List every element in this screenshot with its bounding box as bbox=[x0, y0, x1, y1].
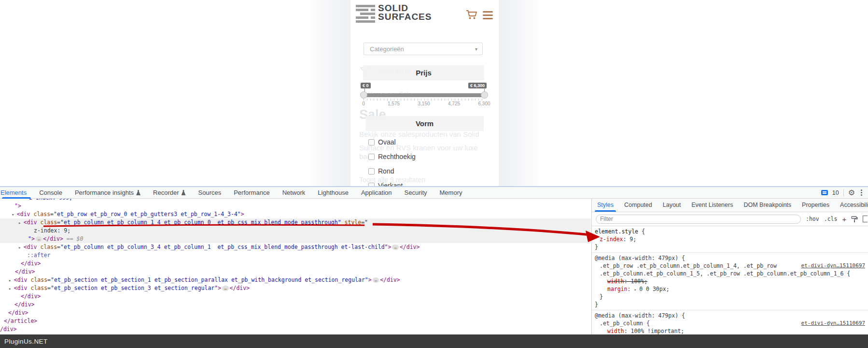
tab-label: Sources bbox=[198, 187, 222, 198]
styles-tab-layout[interactable]: Layout bbox=[658, 199, 686, 212]
code-token: .et_pb_column { bbox=[600, 320, 650, 327]
code-token: : 9; bbox=[623, 236, 636, 243]
site-logo-text[interactable]: SOLID SURFACES bbox=[378, 4, 432, 21]
price-slider-handle-min[interactable] bbox=[360, 91, 367, 99]
price-section-header[interactable]: Prijs bbox=[363, 65, 484, 80]
styles-filter-input[interactable] bbox=[596, 215, 801, 224]
dom-tree-row[interactable]: "> bbox=[0, 202, 591, 210]
price-slider-track[interactable] bbox=[364, 93, 484, 97]
price-slider-handle-max[interactable] bbox=[481, 91, 488, 99]
code-token: > bbox=[218, 285, 221, 291]
vorm-section-header[interactable]: Vorm bbox=[365, 116, 484, 131]
dom-tree-row[interactable]: ▾ <div class="et_pb_row et_pb_row_0 et_p… bbox=[0, 210, 591, 218]
devtools-tab-memory[interactable]: Memory bbox=[434, 187, 469, 199]
solid-surfaces-logo-icon[interactable] bbox=[356, 5, 375, 23]
dom-tree-row[interactable]: /div> bbox=[0, 325, 591, 334]
styles-tab-computed[interactable]: Computed bbox=[619, 199, 658, 212]
tab-label: Console bbox=[39, 187, 62, 198]
css-rule[interactable]: @media (max-width: 479px) {et-divi-dyn…1… bbox=[592, 253, 868, 310]
css-rule-line: } bbox=[595, 243, 865, 251]
styles-toolbar: :hov .cls + bbox=[592, 212, 868, 226]
css-rule-line: @media (max-width: 479px) { bbox=[595, 254, 865, 262]
cart-icon[interactable] bbox=[465, 9, 478, 20]
toggle-class-button[interactable]: .cls bbox=[824, 216, 838, 222]
code-token: : 100% !important; bbox=[624, 328, 685, 334]
slider-tick-label: 4,725 bbox=[448, 101, 460, 106]
devtools-tab-console[interactable]: Console bbox=[33, 187, 69, 199]
devtools-tab-performance-insights[interactable]: Performance insights bbox=[69, 187, 147, 199]
hamburger-menu-icon[interactable] bbox=[483, 11, 493, 21]
devtools-tab-application[interactable]: Application bbox=[355, 187, 398, 199]
css-rule-line: } bbox=[595, 301, 865, 308]
css-rule-line: width: 100%; bbox=[595, 277, 865, 285]
code-token: ▸ bbox=[18, 220, 24, 225]
more-options-icon[interactable] bbox=[861, 192, 862, 193]
code-token: == $0 bbox=[63, 235, 84, 242]
devtools-tab-performance[interactable]: Performance bbox=[227, 187, 276, 199]
code-token: "> bbox=[14, 203, 21, 209]
code-token: > bbox=[31, 235, 35, 242]
checkbox-label: Rechthoekig bbox=[378, 153, 416, 160]
code-token: : bbox=[628, 286, 634, 292]
styles-tab-dom-breakpoints[interactable]: DOM Breakpoints bbox=[738, 199, 797, 212]
dom-tree-row[interactable]: </div> bbox=[0, 301, 591, 309]
checkbox[interactable] bbox=[368, 168, 375, 174]
code-token: </div> bbox=[8, 309, 28, 316]
computed-panel-toggle-icon[interactable] bbox=[863, 216, 868, 222]
dom-tree-row[interactable]: z-index: 9; bbox=[0, 227, 591, 235]
gear-icon[interactable]: ⚙ bbox=[848, 189, 855, 197]
code-token: : 100%; bbox=[624, 278, 647, 285]
styles-tab-properties[interactable]: Properties bbox=[797, 199, 835, 212]
checkbox[interactable] bbox=[368, 139, 375, 145]
code-token: = bbox=[57, 219, 60, 226]
dom-tree-row[interactable]: ▸ <div class="et_pb_column et_pb_column_… bbox=[0, 243, 591, 251]
dom-tree-row[interactable]: ">…</div> == $0 bbox=[0, 235, 591, 243]
category-select[interactable]: Categorieën ▾ bbox=[364, 43, 483, 55]
code-token: class bbox=[37, 244, 57, 250]
dom-tree-row[interactable]: </div> bbox=[0, 260, 591, 268]
elements-tree: z-index: 999;">▾ <div class="et_pb_row e… bbox=[0, 199, 591, 334]
dom-tree-row[interactable]: z-index: 999; bbox=[0, 199, 591, 202]
dom-tree-row[interactable]: ▸ <div class="et_pb_section et_pb_sectio… bbox=[0, 284, 591, 292]
devtools-tab-security[interactable]: Security bbox=[398, 187, 434, 199]
code-token: … bbox=[373, 277, 379, 283]
checkbox[interactable] bbox=[368, 154, 375, 160]
dom-tree-row[interactable]: </div> bbox=[0, 309, 591, 317]
vorm-option-row: Vierkant bbox=[368, 182, 403, 186]
devtools-tab-network[interactable]: Network bbox=[276, 187, 312, 199]
code-token: ▸ bbox=[9, 286, 14, 291]
dom-tree-row[interactable]: ::after bbox=[0, 251, 591, 260]
styles-tab-event-listeners[interactable]: Event Listeners bbox=[686, 199, 738, 212]
css-rule[interactable]: @media (max-width: 479px) {et-divi-dyn…1… bbox=[592, 310, 868, 334]
code-token: … bbox=[222, 286, 228, 291]
devtools-tab-recorder[interactable]: Recorder bbox=[147, 187, 192, 199]
stylesheet-source-link[interactable]: et-divi-dyn…15110697 bbox=[801, 319, 865, 327]
stylesheet-source-link[interactable]: et-divi-dyn…15110697 bbox=[801, 262, 865, 270]
devtools-tabbar: ElementsConsolePerformance insightsRecor… bbox=[0, 187, 868, 199]
checkbox[interactable] bbox=[368, 183, 375, 187]
devtools-tab-sources[interactable]: Sources bbox=[192, 187, 228, 199]
css-rule-line: z-index: 9; bbox=[595, 235, 865, 243]
toggle-hover-state-button[interactable]: :hov bbox=[806, 216, 819, 222]
devtools-tab-lighthouse[interactable]: Lighthouse bbox=[311, 187, 355, 199]
code-token: > bbox=[241, 211, 244, 218]
dom-tree-row[interactable]: </div> bbox=[0, 268, 591, 276]
styles-tab-styles[interactable]: Styles bbox=[592, 199, 619, 212]
new-style-rule-button[interactable]: + bbox=[842, 215, 846, 223]
code-token: </div> bbox=[14, 301, 35, 308]
code-token: </div> bbox=[400, 244, 420, 250]
dom-tree-row[interactable]: </article> bbox=[0, 317, 591, 325]
styles-tab-accessibility[interactable]: Accessibility bbox=[835, 199, 868, 212]
css-rule-line: et-divi-dyn…15110697.et_pb_row .et_pb_co… bbox=[595, 262, 865, 270]
issues-icon[interactable] bbox=[821, 190, 828, 195]
devtools-tab-elements[interactable]: Elements bbox=[0, 187, 33, 199]
css-rule[interactable]: element.style {z-index: 9;} bbox=[592, 226, 868, 253]
slider-tick-label: 1,575 bbox=[388, 101, 400, 106]
dom-tree-row[interactable]: ▸ <div class="et_pb_column et_pb_column_… bbox=[0, 218, 591, 227]
rendering-emulation-icon[interactable] bbox=[851, 216, 858, 222]
checkbox-label: Rond bbox=[378, 167, 394, 175]
styles-tabbar: StylesComputedLayoutEvent ListenersDOM B… bbox=[592, 199, 868, 212]
dom-tree-row[interactable]: </div> bbox=[0, 292, 591, 301]
code-token: </article> bbox=[4, 318, 37, 324]
dom-tree-row[interactable]: ▸ <div class="et_pb_section et_pb_sectio… bbox=[0, 276, 591, 284]
